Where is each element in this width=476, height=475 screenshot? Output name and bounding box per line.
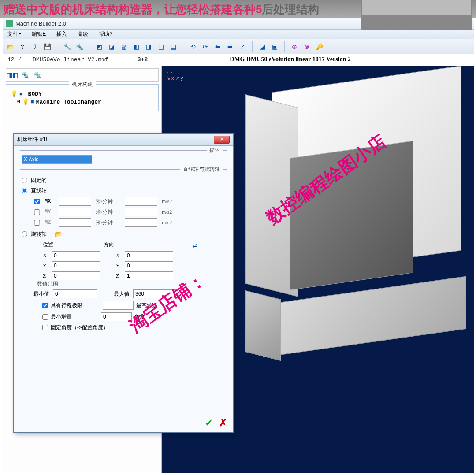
close-button[interactable]: ✕: [214, 136, 230, 144]
unit-speed: 米/分钟: [96, 198, 120, 205]
rotate-icon-2[interactable]: ⟳: [201, 42, 210, 51]
side-tool-3[interactable]: 🔩: [33, 71, 41, 79]
box-icon: ■: [31, 99, 34, 105]
rotate-icon-1[interactable]: ⟲: [189, 42, 197, 51]
cube-icon-6[interactable]: ◫: [156, 42, 165, 51]
up-icon[interactable]: ⇧: [18, 42, 27, 51]
menu-file[interactable]: 文件F: [5, 30, 24, 39]
cube-icon-1[interactable]: ◩: [95, 42, 104, 51]
shade-icon[interactable]: ◪: [258, 42, 267, 51]
tool-icon-1[interactable]: 🔧: [63, 42, 71, 51]
tree-body-node[interactable]: 💡 ■ _BODY_: [11, 90, 154, 98]
dir-z-input[interactable]: [125, 271, 173, 280]
radio-rotary-row[interactable]: 旋转轴 📂: [22, 230, 225, 238]
axis-gizmo: ↑ z ↘ x ↗ y: [166, 70, 183, 81]
unit-speed: 米/分钟: [96, 208, 120, 216]
expand-icon[interactable]: ⊟: [17, 98, 20, 105]
max-input[interactable]: [133, 289, 177, 298]
maxrpm-input[interactable]: [103, 301, 134, 310]
tool-icon-2[interactable]: 🔩: [75, 42, 84, 51]
cube-icon-2[interactable]: ◪: [107, 42, 116, 51]
browse-icon[interactable]: 📂: [54, 230, 63, 238]
menu-help[interactable]: 帮助?: [96, 30, 115, 39]
mx-accel-input[interactable]: [125, 197, 157, 206]
radio-linear[interactable]: [22, 188, 27, 193]
machine-model: [219, 79, 474, 379]
mx-speed-input[interactable]: [59, 197, 91, 206]
open-icon[interactable]: 📂: [6, 42, 15, 51]
range-row: 最小值 最大值: [33, 289, 221, 298]
angle-input[interactable]: [101, 312, 132, 321]
axis-section: 直线轴与旋转轴 固定的 直线轴 MX 米/分钟 m/s2: [20, 169, 227, 343]
bulb-icon: 💡: [11, 90, 18, 97]
mz-speed-input[interactable]: [59, 218, 91, 227]
pos-z-input[interactable]: [52, 271, 100, 280]
target-icon-1[interactable]: ⊕: [290, 42, 299, 51]
tree-body-label: _BODY_: [25, 91, 45, 97]
checkbox-mininc[interactable]: [42, 314, 48, 320]
checkbox-fixedangle[interactable]: [42, 325, 48, 330]
label-mz: MZ: [45, 219, 54, 226]
target-icon-2[interactable]: ⊗: [302, 42, 311, 51]
min-input[interactable]: [53, 289, 97, 298]
side-toolbar: ◨◧ 🔩 🔩: [6, 68, 159, 82]
key-icon[interactable]: 🔑: [315, 42, 324, 51]
header-direction: 方向: [104, 241, 164, 250]
mz-accel-input[interactable]: [125, 218, 157, 227]
box-icon: ■: [19, 91, 23, 97]
side-tool-1[interactable]: ◨◧: [8, 71, 17, 79]
side-tool-2[interactable]: 🔩: [20, 71, 29, 79]
label-max: 最大值: [114, 290, 130, 298]
my-accel-input[interactable]: [125, 208, 157, 216]
label-x2: X: [116, 252, 122, 259]
flip-icon-1[interactable]: ⇋: [213, 42, 222, 51]
banner-text-gray: 后处理结构: [262, 3, 319, 16]
save-icon[interactable]: 💾: [43, 42, 52, 51]
resize-icon[interactable]: ⤢: [238, 42, 247, 51]
desc-input[interactable]: [22, 155, 92, 164]
checkbox-travel[interactable]: [42, 303, 48, 308]
row-x: X X: [43, 251, 225, 260]
cancel-button[interactable]: ✗: [219, 417, 227, 429]
cube-icon-4[interactable]: ◧: [132, 42, 141, 51]
pos-y-input[interactable]: [52, 261, 100, 270]
menu-edit[interactable]: 编辑E: [29, 30, 48, 39]
row-my: MY 米/分钟 m/s2: [34, 208, 225, 216]
unit-accel: m/s2: [162, 209, 186, 215]
ok-button[interactable]: ✓: [205, 417, 213, 429]
dir-x-input[interactable]: [125, 251, 173, 260]
menu-advanced[interactable]: 高级: [75, 30, 91, 39]
cube-icon-3[interactable]: ▨: [119, 42, 128, 51]
dialog-footer: ✓ ✗: [205, 417, 227, 429]
desc-legend: 描述: [207, 147, 223, 154]
row-z: Z Z: [43, 271, 225, 280]
axis-legend: 直线轴与旋转轴: [180, 166, 223, 173]
label-y2: Y: [116, 263, 122, 269]
label-fixedangle: 固定角度（->配置角度）: [51, 324, 108, 331]
dialog-titlebar[interactable]: 机床组件 #18 ✕: [14, 134, 233, 146]
down-icon[interactable]: ⇩: [30, 42, 39, 51]
component-dialog: 机床组件 #18 ✕ 描述 直线轴与旋转轴 固定的 直线轴 MX: [13, 133, 234, 433]
my-speed-input[interactable]: [59, 208, 91, 216]
pos-x-input[interactable]: [52, 251, 100, 260]
cube-icon-5[interactable]: ◨: [144, 42, 153, 51]
radio-fixed[interactable]: [22, 178, 27, 183]
rotary-section: 位置 方向 ⇄ X X Y Y Z: [30, 241, 225, 338]
radio-linear-row[interactable]: 直线轴: [22, 187, 225, 194]
file-mode: 3+2: [138, 56, 148, 63]
checkbox-my[interactable]: [34, 209, 40, 215]
radio-rotary[interactable]: [22, 231, 27, 237]
checkbox-mz[interactable]: [34, 220, 40, 226]
menubar: 文件F 编辑E 插入 高级 帮助?: [3, 30, 474, 39]
radio-fixed-row[interactable]: 固定的: [22, 177, 225, 184]
dir-y-input[interactable]: [125, 261, 173, 270]
wire-icon[interactable]: ▣: [270, 42, 279, 51]
unit-accel: m/s2: [162, 219, 186, 226]
menu-insert[interactable]: 插入: [54, 30, 70, 39]
cube-icon-7[interactable]: ▦: [169, 42, 178, 51]
tree-toolchanger-node[interactable]: ⊟ 💡 ■ Machine Toolchanger: [17, 98, 154, 106]
checkbox-mx[interactable]: [34, 199, 40, 204]
flip-icon-2[interactable]: ⇌: [226, 42, 234, 51]
swap-icon[interactable]: ⇄: [164, 241, 225, 250]
component-tree[interactable]: 💡 ■ _BODY_ ⊟ 💡 ■ Machine Toolchanger: [9, 88, 156, 108]
